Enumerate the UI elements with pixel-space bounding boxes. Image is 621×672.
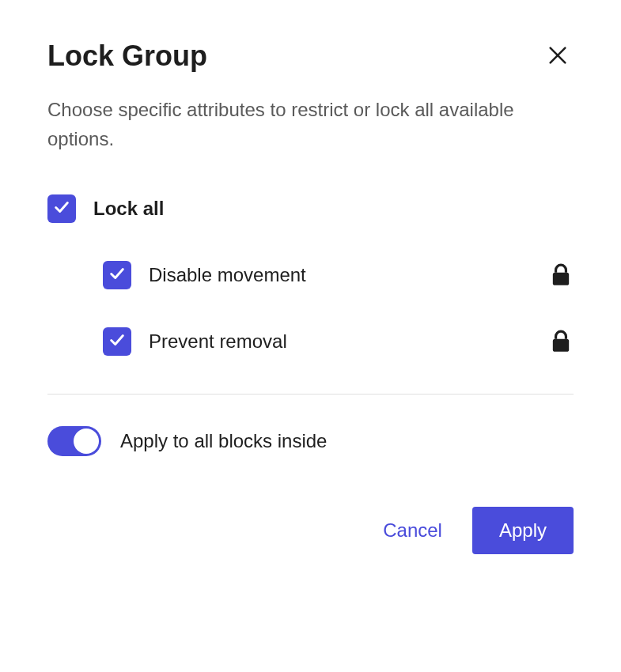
toggle-thumb	[74, 428, 99, 454]
check-icon	[108, 265, 126, 285]
apply-inside-row: Apply to all blocks inside	[47, 426, 574, 456]
modal-header: Lock Group	[47, 40, 574, 73]
modal-title: Lock Group	[47, 40, 207, 73]
apply-inside-label: Apply to all blocks inside	[120, 430, 327, 452]
prevent-removal-checkbox[interactable]	[103, 327, 131, 356]
lock-all-label: Lock all	[93, 198, 164, 220]
lock-group-modal: Lock Group Choose specific attributes to…	[0, 0, 621, 586]
cancel-button[interactable]: Cancel	[375, 508, 450, 553]
apply-button[interactable]: Apply	[472, 507, 574, 554]
lock-all-checkbox[interactable]	[47, 194, 76, 223]
disable-movement-checkbox[interactable]	[103, 261, 131, 289]
modal-footer: Cancel Apply	[47, 507, 574, 554]
divider	[47, 394, 574, 395]
modal-description: Choose specific attributes to restrict o…	[47, 95, 574, 153]
lock-icon	[548, 329, 574, 354]
check-icon	[53, 198, 70, 219]
svg-rect-3	[553, 339, 569, 352]
close-button[interactable]	[542, 40, 574, 72]
apply-inside-toggle[interactable]	[47, 426, 101, 456]
svg-rect-2	[553, 273, 569, 285]
disable-movement-row: Disable movement	[103, 261, 574, 289]
check-icon	[108, 331, 126, 352]
lock-icon	[548, 262, 574, 288]
close-icon	[547, 44, 569, 69]
disable-movement-label: Disable movement	[149, 264, 306, 286]
prevent-removal-row: Prevent removal	[103, 327, 574, 356]
lock-all-row: Lock all	[47, 194, 574, 223]
prevent-removal-label: Prevent removal	[149, 330, 287, 353]
